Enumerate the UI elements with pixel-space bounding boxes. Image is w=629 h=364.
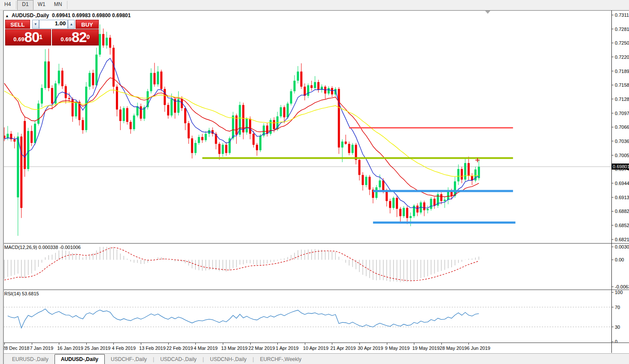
candle-body bbox=[464, 163, 466, 179]
moving-averages bbox=[4, 58, 479, 209]
macd-chart-canvas[interactable] bbox=[0, 243, 629, 289]
timeframe-button-d1[interactable]: D1 bbox=[17, 0, 33, 10]
candle-body bbox=[283, 107, 286, 117]
candle-body bbox=[256, 145, 258, 150]
candle-body bbox=[314, 82, 316, 88]
time-axis-tick bbox=[32, 343, 32, 345]
timeframe-toolbar: H4D1W1MN bbox=[0, 0, 629, 10]
tab-audusd[interactable]: AUDUSD-,Daily bbox=[55, 354, 105, 364]
sell-button[interactable]: SELL bbox=[5, 20, 30, 29]
price-axis-label: 0.69440 bbox=[615, 181, 629, 186]
volume-increase-button[interactable]: ▲ bbox=[68, 20, 75, 29]
candle-body bbox=[382, 180, 384, 190]
candle-body bbox=[65, 86, 67, 98]
rsi-line bbox=[8, 309, 479, 328]
rsi-chart-canvas[interactable] bbox=[0, 289, 629, 343]
candle-body bbox=[359, 160, 361, 175]
candle-body bbox=[386, 191, 388, 201]
candle-body bbox=[167, 105, 169, 115]
timeframe-button-w1[interactable]: W1 bbox=[33, 0, 50, 10]
candle-body bbox=[51, 88, 53, 103]
time-axis-tick bbox=[414, 343, 414, 345]
candle-body bbox=[444, 200, 446, 201]
price-axis-label: 0.70360 bbox=[615, 139, 629, 144]
timeframe-button-mn[interactable]: MN bbox=[50, 0, 67, 10]
candle-body bbox=[331, 88, 333, 94]
candle-body bbox=[150, 73, 152, 91]
mid-ma-line bbox=[4, 78, 479, 197]
time-axis[interactable]: 28 Dec 20187 Jan 201916 Jan 201925 Jan 2… bbox=[0, 343, 629, 354]
candle-body bbox=[99, 34, 101, 55]
buy-button[interactable]: BUY bbox=[76, 20, 99, 29]
one-click-trade-widget: SELL ▼ 1.00 ▲ BUY 0.69801 0.69820 bbox=[5, 20, 99, 46]
candle-body bbox=[461, 169, 463, 180]
candle-body bbox=[368, 177, 371, 190]
candle-body bbox=[153, 73, 155, 85]
candle-body bbox=[198, 137, 200, 143]
macd-axis-label: 0.003035 bbox=[615, 244, 629, 249]
date-label: 4 Mar 2019 bbox=[194, 346, 218, 351]
timeframe-button-h4[interactable]: H4 bbox=[0, 0, 15, 10]
tab-eurusd[interactable]: EURUSD-,Daily bbox=[6, 355, 55, 364]
trade-widget-controls: SELL ▼ 1.00 ▲ BUY bbox=[5, 20, 99, 29]
candle-body bbox=[27, 131, 29, 169]
candle-body bbox=[287, 103, 289, 117]
chart-shift-marker-icon[interactable] bbox=[485, 11, 490, 14]
candle-body bbox=[362, 175, 364, 185]
price-axis-label: 0.70970 bbox=[615, 111, 629, 116]
tab-usdcnh[interactable]: USDCNH-,Daily bbox=[204, 355, 252, 364]
price-axis-label: 0.71890 bbox=[615, 69, 629, 74]
candle-body bbox=[352, 145, 354, 153]
candle-body bbox=[457, 169, 459, 182]
candle-body bbox=[252, 134, 255, 145]
candle-body bbox=[44, 61, 46, 88]
date-label: 10 Apr 2019 bbox=[303, 346, 328, 351]
candle-body bbox=[13, 139, 15, 141]
bid-price-sup: 1 bbox=[39, 30, 43, 43]
candle-body bbox=[317, 82, 319, 90]
time-axis-tick bbox=[59, 343, 59, 345]
date-label: 4 Feb 2019 bbox=[112, 346, 136, 351]
candle-body bbox=[416, 206, 419, 212]
axis-separator bbox=[611, 10, 612, 353]
candle-body bbox=[140, 106, 142, 119]
trade-widget-prices: 0.69801 0.69820 bbox=[5, 29, 99, 46]
time-axis-tick bbox=[359, 343, 360, 345]
tab-usdchf[interactable]: USDCHF-,Daily bbox=[105, 355, 153, 364]
chart-title: ▲AUDUSD-,Daily 0.69941 0.69983 0.69800 0… bbox=[5, 12, 131, 18]
tab-usdcad[interactable]: USDCAD-,Daily bbox=[154, 355, 203, 364]
window-left-border[interactable] bbox=[0, 10, 4, 364]
volume-decrease-button[interactable]: ▼ bbox=[32, 20, 39, 29]
date-label: 16 Jan 2019 bbox=[57, 346, 83, 351]
ask-price-button[interactable]: 0.69820 bbox=[52, 29, 99, 46]
tab-eurchf[interactable]: EURCHF-,Weekly bbox=[254, 355, 307, 364]
candle-body bbox=[293, 81, 295, 91]
time-axis-tick bbox=[113, 343, 114, 345]
candle-body bbox=[48, 61, 50, 88]
candle-body bbox=[341, 142, 343, 148]
volume-input[interactable]: 1.00 bbox=[39, 20, 68, 29]
candle-body bbox=[126, 108, 128, 122]
ask-price-sup: 0 bbox=[86, 30, 90, 43]
candle-body bbox=[194, 143, 197, 153]
rsi-axis-label: 70 bbox=[615, 305, 620, 310]
candle-body bbox=[119, 109, 122, 121]
bid-price-button[interactable]: 0.69801 bbox=[5, 29, 51, 46]
candle-body bbox=[184, 108, 186, 123]
time-axis-tick bbox=[277, 343, 278, 345]
candle-body bbox=[379, 180, 381, 187]
candle-body bbox=[310, 85, 313, 88]
date-label: 22 Mar 2019 bbox=[249, 346, 275, 351]
candle-body bbox=[130, 122, 132, 129]
collapse-triangle-icon[interactable]: ▲ bbox=[5, 14, 9, 18]
time-axis-tick bbox=[441, 343, 442, 345]
candle-body bbox=[164, 89, 166, 105]
candle-body bbox=[85, 87, 87, 130]
candle-body bbox=[300, 72, 302, 87]
candle-body bbox=[137, 106, 139, 115]
time-axis-tick bbox=[468, 343, 469, 345]
candle-body bbox=[232, 115, 234, 138]
candle-body bbox=[188, 123, 190, 138]
price-axis-label: 0.71585 bbox=[615, 82, 629, 88]
candle-body bbox=[17, 136, 19, 197]
